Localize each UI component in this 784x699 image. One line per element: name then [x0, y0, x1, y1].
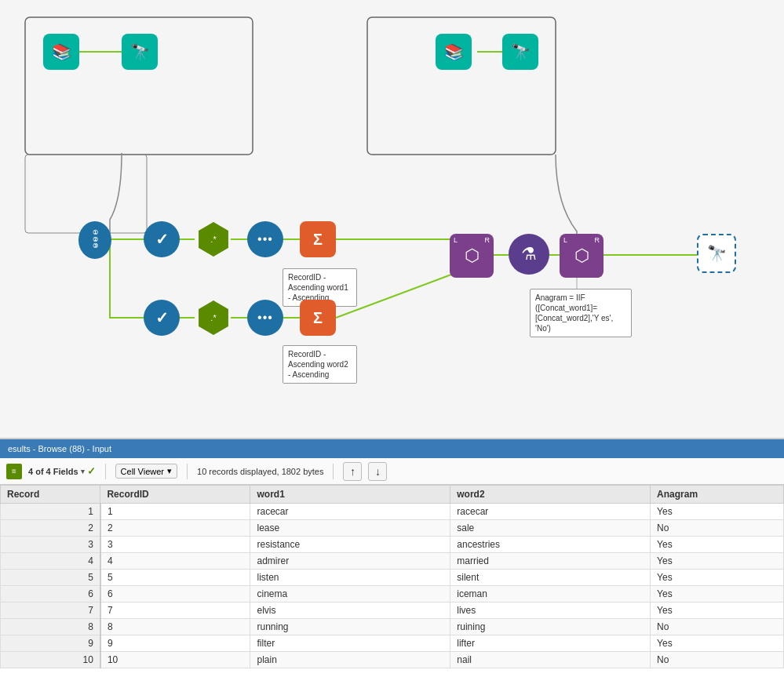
- table-header: Record RecordID word1 word2 Anagram: [1, 486, 784, 504]
- binoculars-output-icon: 🔭: [707, 244, 727, 263]
- formula-node[interactable]: ⚗: [509, 234, 549, 275]
- hex-shape-1: .*: [196, 222, 231, 257]
- cell-viewer-dropdown[interactable]: Cell Viewer ▾: [115, 464, 177, 479]
- cell-recordid: 3: [100, 537, 250, 553]
- binoculars-icon-1: 🔭: [130, 42, 150, 61]
- row-number: 3: [1, 537, 100, 553]
- join-l-label-1: L: [454, 236, 458, 244]
- input-list-node[interactable]: ①②③: [78, 221, 111, 259]
- table-row: 11racecarracecarYes: [1, 504, 784, 520]
- cell-word1: admirer: [250, 553, 450, 570]
- cell-anagram: Yes: [651, 586, 784, 603]
- cell-word2: lifter: [450, 635, 651, 652]
- results-header-label: esults - Browse (88) - Input: [8, 444, 111, 453]
- data-table-container[interactable]: Record RecordID word1 word2 Anagram 11ra…: [0, 485, 784, 699]
- binoculars-icon-2: 🔭: [511, 42, 531, 61]
- col-header-anagram: Anagram: [651, 486, 784, 504]
- row-number: 1: [1, 504, 100, 520]
- col-header-word2: word2: [450, 486, 651, 504]
- cell-anagram: Yes: [651, 603, 784, 619]
- col-header-record: Record: [1, 486, 100, 504]
- browse-node-1[interactable]: 🔭: [122, 34, 158, 70]
- cell-word1: plain: [250, 652, 450, 668]
- table-row: 22leasesaleNo: [1, 520, 784, 537]
- cell-word1: listen: [250, 570, 450, 586]
- sum-icon-2: Σ: [313, 309, 323, 327]
- join-r-label-1: R: [485, 236, 490, 244]
- sum-icon-1: Σ: [313, 231, 323, 249]
- header-row: Record RecordID word1 word2 Anagram: [1, 486, 784, 504]
- results-panel: esults - Browse (88) - Input ≡ 4 of 4 Fi…: [0, 439, 784, 699]
- cell-recordid: 6: [100, 586, 250, 603]
- join-icon-2: ⬡: [574, 246, 589, 266]
- browse-node-2[interactable]: 🔭: [502, 34, 538, 70]
- table-row: 44admirermarriedYes: [1, 553, 784, 570]
- hex-shape-2: .*: [196, 300, 231, 335]
- fields-checkmark: ✓: [87, 465, 96, 477]
- fields-dropdown-arrow: ▾: [81, 468, 85, 475]
- checkmark-icon-2: ✓: [155, 308, 169, 327]
- cell-anagram: Yes: [651, 537, 784, 553]
- fields-dropdown[interactable]: 4 of 4 Fields ▾ ✓: [28, 465, 96, 477]
- row-number: 7: [1, 603, 100, 619]
- toolbar-divider-2: [187, 464, 188, 479]
- cell-word2: married: [450, 553, 651, 570]
- cell-word2: silent: [450, 570, 651, 586]
- cell-recordid: 7: [100, 603, 250, 619]
- book-icon-1: 📚: [52, 42, 71, 61]
- browse-output-node[interactable]: 🔭: [697, 234, 736, 273]
- cell-anagram: Yes: [651, 553, 784, 570]
- formula-hex-1[interactable]: .*: [195, 220, 232, 258]
- records-info: 10 records displayed, 1802 bytes: [197, 467, 323, 476]
- up-arrow-icon: ↑: [350, 465, 356, 478]
- sort-node-2[interactable]: •••: [247, 300, 283, 336]
- fields-icon[interactable]: ≡: [6, 464, 22, 479]
- data-table: Record RecordID word1 word2 Anagram 11ra…: [0, 485, 784, 668]
- book-input-node-2[interactable]: 📚: [436, 34, 472, 70]
- summarize-node-2[interactable]: Σ: [300, 300, 336, 336]
- row-number: 6: [1, 586, 100, 603]
- cell-word1: running: [250, 619, 450, 635]
- cell-anagram: No: [651, 652, 784, 668]
- sort-node-1[interactable]: •••: [247, 221, 283, 257]
- row-number: 8: [1, 619, 100, 635]
- cell-anagram: No: [651, 619, 784, 635]
- col-header-word1: word1: [250, 486, 450, 504]
- formula-hex-2[interactable]: .*: [195, 299, 232, 337]
- book-input-node-1[interactable]: 📚: [43, 34, 79, 70]
- row-number: 9: [1, 635, 100, 652]
- cell-word2: racecar: [450, 504, 651, 520]
- scroll-up-button[interactable]: ↑: [343, 462, 362, 481]
- down-arrow-icon: ↓: [375, 465, 381, 478]
- row-number: 4: [1, 553, 100, 570]
- cell-word1: lease: [250, 520, 450, 537]
- table-row: 55listensilentYes: [1, 570, 784, 586]
- results-toolbar: ≡ 4 of 4 Fields ▾ ✓ Cell Viewer ▾ 10 rec…: [0, 458, 784, 485]
- summarize-node-1[interactable]: Σ: [300, 221, 336, 257]
- sort-label-2: RecordID - Ascending word2 - Ascending: [283, 345, 357, 384]
- cell-word2: ruining: [450, 619, 651, 635]
- row-number: 10: [1, 652, 100, 668]
- scroll-down-button[interactable]: ↓: [368, 462, 387, 481]
- cell-viewer-label: Cell Viewer: [121, 467, 164, 476]
- svg-rect-2: [25, 155, 147, 233]
- join-l-label-2: L: [563, 236, 567, 244]
- connection-lines: [0, 0, 784, 438]
- row-number: 5: [1, 570, 100, 586]
- cell-word2: sale: [450, 520, 651, 537]
- join-node-2[interactable]: L R ⬡: [560, 234, 603, 278]
- select-node-1[interactable]: ✓: [144, 221, 180, 257]
- cell-word2: ancestries: [450, 537, 651, 553]
- cell-word2: iceman: [450, 586, 651, 603]
- cell-recordid: 1: [100, 504, 250, 520]
- table-row: 33resistanceancestriesYes: [1, 537, 784, 553]
- join-r-label-2: R: [595, 236, 600, 244]
- cell-word2: nail: [450, 652, 651, 668]
- cell-recordid: 5: [100, 570, 250, 586]
- cell-word1: elvis: [250, 603, 450, 619]
- select-node-2[interactable]: ✓: [144, 300, 180, 336]
- join-node-1[interactable]: L R ⬡: [450, 234, 494, 278]
- cell-word2: lives: [450, 603, 651, 619]
- table-row: 1010plainnailNo: [1, 652, 784, 668]
- table-body: 11racecarracecarYes22leasesaleNo33resist…: [1, 504, 784, 668]
